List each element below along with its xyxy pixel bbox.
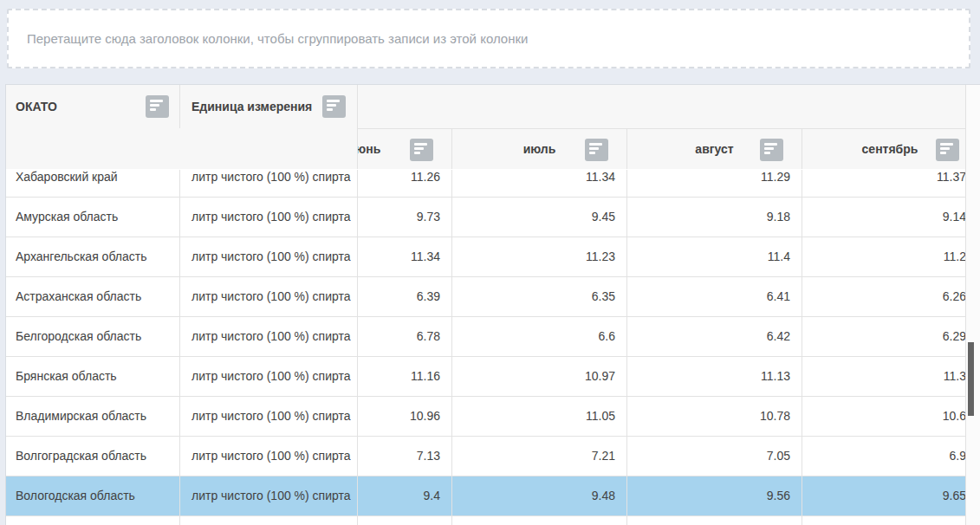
cell-july: 10.97 [452,357,627,396]
table-row[interactable]: 6.78 6.6 6.42 6.29 Белгородская область … [6,317,980,357]
column-header-okato[interactable]: ОКАТО [6,85,180,169]
table-row[interactable]: 11.16 10.97 11.13 11.3 Брянская область … [6,357,980,397]
cell-unit: литр чистого (100 %) спирта [180,476,358,515]
cell-september: 6.9 [802,437,977,476]
group-drop-zone[interactable]: Перетащите сюда заголовок колонки, чтобы… [7,9,970,68]
table-row[interactable]: 11.34 11.23 11.4 11.2 Архангельская обла… [6,237,980,277]
column-header-september[interactable]: сентябрь [802,128,977,169]
filter-icon[interactable] [410,139,433,161]
cell-july: 6.6 [452,317,627,356]
filter-icon[interactable] [322,95,346,118]
grid-body: 11.26 11.34 11.29 11.37 Хабаровский край… [6,170,980,525]
cell-september: 10.6 [802,397,977,436]
cell-okato: Астраханская область [6,277,180,316]
cell-unit: литр чистого (100 %) спирта [180,170,358,197]
cell-july: 7.21 [452,437,627,476]
column-header-august-label: август [695,142,733,156]
cell-august: 7.05 [627,437,802,476]
vertical-scrollbar-thumb[interactable] [968,342,974,416]
table-row[interactable]: 10.96 11.05 10.78 10.6 Владимирская обла… [6,397,980,437]
cell-unit: литр чистого (100 %) спирта [180,317,358,356]
grid-rows: 11.26 11.34 11.29 11.37 Хабаровский край… [6,170,980,525]
cell-unit: литр чистого (100 %) спирта [180,237,358,276]
cell-unit: литр чистого (100 %) спирта [180,437,358,476]
cell-august: 10.78 [627,397,802,436]
cell-okato: Волгоградская область [6,437,180,476]
cell-july: 11.34 [452,170,627,197]
vertical-scrollbar[interactable] [965,85,980,525]
cell-august: 11.29 [627,170,802,197]
cell-okato: Владимирская область [6,397,180,436]
cell-okato: Белгородская область [6,317,180,356]
cell-september: 9.65 [802,476,977,515]
cell-okato: Хабаровский край [6,170,180,197]
cell-september: 6.29 [802,317,977,356]
cell-august: 9.56 [627,476,802,515]
column-header-august[interactable]: август [627,128,802,169]
cell-july: 9.48 [452,476,627,515]
cell-okato: Брянская область [6,357,180,396]
column-header-september-label: сентябрь [862,142,918,156]
cell-unit: литр чистого (100 %) спирта [180,198,358,237]
cell-august: 9.18 [627,198,802,237]
filter-icon[interactable] [936,139,959,161]
cell-okato: Амурская область [6,198,180,237]
cell-september: 11.2 [802,237,977,276]
table-row[interactable]: 11.26 11.34 11.29 11.37 Хабаровский край… [6,170,980,198]
cell-july: 6.35 [452,277,627,316]
table-row-selected[interactable]: 9.4 9.48 9.56 9.65 Вологодская область л… [6,476,980,516]
cell-september [802,516,977,525]
filter-icon[interactable] [146,95,169,118]
cell-august: 11.4 [627,237,802,276]
cell-unit: литр чистого (100 %) спирта [180,397,358,436]
cell-unit [180,516,358,525]
filter-icon[interactable] [585,139,608,161]
grid-header: июнь июль август сентябрь ОКАТО Единица … [6,85,980,169]
filter-icon[interactable] [760,139,783,161]
column-header-okato-label: ОКАТО [16,85,57,128]
table-row[interactable]: 7.13 7.21 7.05 6.9 Волгоградская область… [6,437,980,476]
cell-august [627,516,802,525]
data-grid: июнь июль август сентябрь ОКАТО Единица … [5,84,980,525]
cell-okato: Вологодская область [6,476,180,515]
header-column-divider [179,85,180,128]
cell-september: 6.26 [802,277,977,316]
table-row[interactable]: 6.39 6.35 6.41 6.26 Астраханская область… [6,277,980,317]
cell-july: 11.23 [452,237,627,276]
group-drop-zone-hint: Перетащите сюда заголовок колонки, чтобы… [27,31,528,46]
cell-august: 11.13 [627,357,802,396]
cell-august: 6.41 [627,277,802,316]
cell-okato [6,516,180,525]
cell-okato: Архангельская область [6,237,180,276]
cell-july: 11.05 [452,397,627,436]
table-row[interactable]: 9.73 9.45 9.18 9.14 Амурская область лит… [6,198,980,237]
cell-august: 6.42 [627,317,802,356]
cell-unit: литр чистого (100 %) спирта [180,277,358,316]
cell-september: 11.37 [802,170,977,197]
cell-july: 9.45 [452,198,627,237]
column-header-unit[interactable]: Единица измерения [180,85,358,169]
cell-july [452,516,627,525]
cell-september: 11.3 [802,357,977,396]
column-header-unit-label: Единица измерения [191,85,312,128]
table-row[interactable] [6,516,980,525]
cell-september: 9.14 [802,198,977,237]
column-header-july[interactable]: июль [452,128,627,169]
cell-unit: литр чистого (100 %) спирта [180,357,358,396]
column-header-july-label: июль [523,142,556,156]
